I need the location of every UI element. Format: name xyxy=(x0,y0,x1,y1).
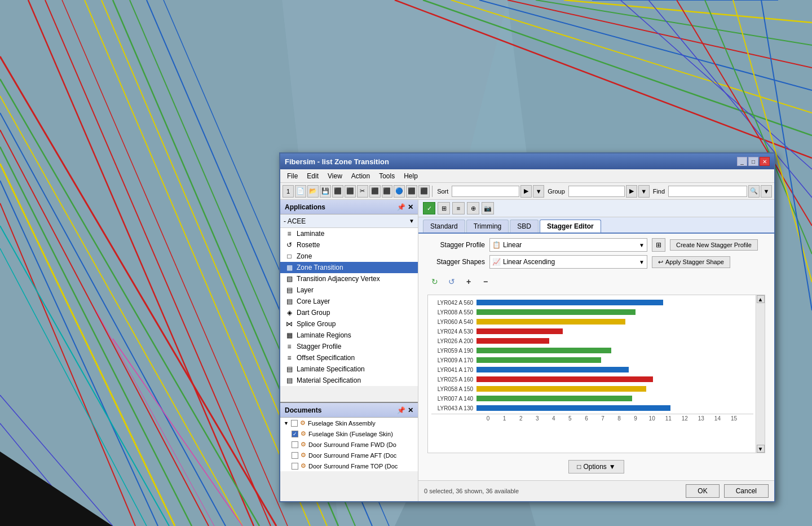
grid-btn[interactable]: ⊞ xyxy=(438,202,450,214)
docs-item-fuselage-skin[interactable]: ✓ ⚙ Fuselage Skin (Fuselage Skin) xyxy=(280,428,418,439)
tree-item-laminate[interactable]: ≡ Laminate xyxy=(280,228,418,239)
menu-edit[interactable]: Edit xyxy=(302,171,323,181)
toolbar-btn-1[interactable]: 1 xyxy=(283,185,294,198)
offset-spec-icon: ≡ xyxy=(285,354,294,362)
ok-button[interactable]: OK xyxy=(686,484,719,498)
chart-axis: 0123456789101112131415 xyxy=(431,414,753,422)
toolbar-btn-open[interactable]: 📂 xyxy=(307,185,319,198)
toolbar-btn-7[interactable]: ⬛ xyxy=(382,185,393,198)
tree-item-offset-specification[interactable]: ≡ Offset Specification xyxy=(280,352,418,363)
apply-stagger-shape-button[interactable]: ↩ Apply Stagger Shape xyxy=(652,256,730,268)
tree-item-zone[interactable]: □ Zone xyxy=(280,251,418,262)
chart-row-label: LYR008 A 550 xyxy=(431,309,476,315)
tree-item-laminate-regions[interactable]: ▦ Laminate Regions xyxy=(280,330,418,341)
tree-item-rosette[interactable]: ↺ Rosette xyxy=(280,239,418,251)
chart-bar xyxy=(476,309,636,315)
undo-icon-btn[interactable]: ↺ xyxy=(444,274,459,289)
check-btn[interactable]: ✓ xyxy=(423,202,435,214)
tree-item-material-specification[interactable]: ▤ Material Specification xyxy=(280,375,418,386)
camera-btn[interactable]: 📷 xyxy=(482,202,494,214)
menu-file[interactable]: File xyxy=(283,171,302,181)
docs-checkbox-checked[interactable]: ✓ xyxy=(292,431,298,437)
menu-action[interactable]: Action xyxy=(347,171,374,181)
menu-view[interactable]: View xyxy=(323,171,347,181)
docs-checkbox[interactable] xyxy=(292,441,298,448)
menu-tools[interactable]: Tools xyxy=(374,171,399,181)
sort-input[interactable] xyxy=(452,186,519,197)
stagger-shapes-label: Stagger Shapes xyxy=(423,258,485,266)
scroll-up-arrow[interactable]: ▲ xyxy=(757,295,765,303)
toolbar-btn-4[interactable]: ⬛ xyxy=(332,185,343,198)
tree-item-transition-adjacency[interactable]: ▧ Transition Adjacency Vertex xyxy=(280,273,418,284)
axis-label: 10 xyxy=(644,414,660,422)
toolbar-btn-5[interactable]: ⬛ xyxy=(345,185,356,198)
options-button[interactable]: □ Options ▼ xyxy=(568,460,624,474)
group-input[interactable] xyxy=(568,186,625,197)
chart-row: LYR009 A 170 xyxy=(431,356,753,364)
tab-trimming[interactable]: Trimming xyxy=(466,220,509,233)
group-down-btn[interactable]: ▼ xyxy=(638,185,650,198)
stagger-profile-combo[interactable]: 📋 Linear ▼ xyxy=(489,238,647,252)
docs-item-fuselage-assembly[interactable]: ▼ ⚙ Fuselage Skin Assembly xyxy=(280,418,418,428)
panel-close-icon[interactable]: ✕ xyxy=(408,203,413,211)
docs-checkbox[interactable] xyxy=(292,463,298,470)
docs-item-label: Fuselage Skin Assembly xyxy=(308,420,376,427)
close-button[interactable]: ✕ xyxy=(760,157,770,166)
chart-scrollbar[interactable]: ▲ ▼ xyxy=(756,295,765,453)
find-btn[interactable]: 🔍 xyxy=(748,185,760,198)
cancel-button[interactable]: Cancel xyxy=(724,484,769,498)
chart-row-label: LYR009 A 170 xyxy=(431,357,476,363)
find-down-btn[interactable]: ▼ xyxy=(761,185,772,198)
tree-item-core-layer[interactable]: ▤ Core Layer xyxy=(280,296,418,307)
docs-close-icon[interactable]: ✕ xyxy=(408,406,413,414)
tree-item-label: Laminate Regions xyxy=(297,331,351,339)
splice-group-icon: ⋈ xyxy=(285,320,294,328)
list-btn[interactable]: ≡ xyxy=(452,202,465,214)
toolbar-btn-8[interactable]: 🔵 xyxy=(394,185,405,198)
target-btn[interactable]: ⊕ xyxy=(467,202,479,214)
chart-bar xyxy=(476,376,653,382)
scroll-down-arrow[interactable]: ▼ xyxy=(757,445,765,453)
toolbar-btn-cut[interactable]: ✂ xyxy=(357,185,368,198)
menu-help[interactable]: Help xyxy=(399,171,422,181)
docs-item-door-fwd[interactable]: ⚙ Door Surround Frame FWD (Do xyxy=(280,439,418,450)
chart-row: LYR008 A 550 xyxy=(431,308,753,316)
tab-stagger-editor[interactable]: Stagger Editor xyxy=(540,220,601,233)
tree-item-label: Layer xyxy=(297,286,314,294)
toolbar-btn-new[interactable]: 📄 xyxy=(295,185,306,198)
remove-icon-btn[interactable]: − xyxy=(478,274,493,289)
sort-go-btn[interactable]: ▶ xyxy=(520,185,532,198)
chart-row-label: LYR026 A 200 xyxy=(431,338,476,344)
docs-item-door-aft[interactable]: ⚙ Door Surround Frame AFT (Doc xyxy=(280,450,418,461)
create-stagger-profile-button[interactable]: Create New Stagger Profile xyxy=(670,239,758,251)
panel-pin-icon[interactable]: 📌 xyxy=(397,203,405,211)
tab-standard[interactable]: Standard xyxy=(423,220,465,233)
minimize-button[interactable]: _ xyxy=(737,157,747,166)
profile-icon-btn[interactable]: ⊞ xyxy=(652,238,665,252)
sort-down-btn[interactable]: ▼ xyxy=(533,185,544,198)
docs-pin-icon[interactable]: 📌 xyxy=(397,406,405,414)
stagger-shapes-combo[interactable]: 📈 Linear Ascending ▼ xyxy=(489,255,647,269)
toolbar-btn-10[interactable]: ⬛ xyxy=(418,185,430,198)
tree-item-zone-transition[interactable]: ▦ Zone Transition xyxy=(280,262,418,273)
tree-item-stagger-profile[interactable]: ≡ Stagger Profile xyxy=(280,341,418,352)
tree-item-splice-group[interactable]: ⋈ Splice Group xyxy=(280,318,418,330)
tree-item-layer[interactable]: ▤ Layer xyxy=(280,284,418,296)
maximize-button[interactable]: □ xyxy=(748,157,758,166)
tree-item-laminate-specification[interactable]: ▤ Laminate Specification xyxy=(280,363,418,375)
toolbar-btn-save[interactable]: 💾 xyxy=(320,185,331,198)
applications-dropdown[interactable]: - ACEE ▼ xyxy=(280,214,418,228)
toolbar-btn-9[interactable]: ⬛ xyxy=(406,185,417,198)
refresh-icon-btn[interactable]: ↻ xyxy=(427,274,442,289)
find-input[interactable] xyxy=(668,186,747,197)
chart-bar xyxy=(476,386,646,392)
toolbar-btn-6[interactable]: ⬛ xyxy=(369,185,381,198)
options-arrow-icon: ▼ xyxy=(609,463,616,471)
docs-checkbox[interactable] xyxy=(292,452,298,459)
add-icon-btn[interactable]: + xyxy=(461,274,476,289)
tab-sbd[interactable]: SBD xyxy=(510,220,539,233)
docs-checkbox[interactable] xyxy=(291,420,298,427)
docs-item-door-top[interactable]: ⚙ Door Surround Frame TOP (Doc xyxy=(280,461,418,471)
tree-item-dart-group[interactable]: ◈ Dart Group xyxy=(280,307,418,318)
group-go-btn[interactable]: ▶ xyxy=(626,185,637,198)
